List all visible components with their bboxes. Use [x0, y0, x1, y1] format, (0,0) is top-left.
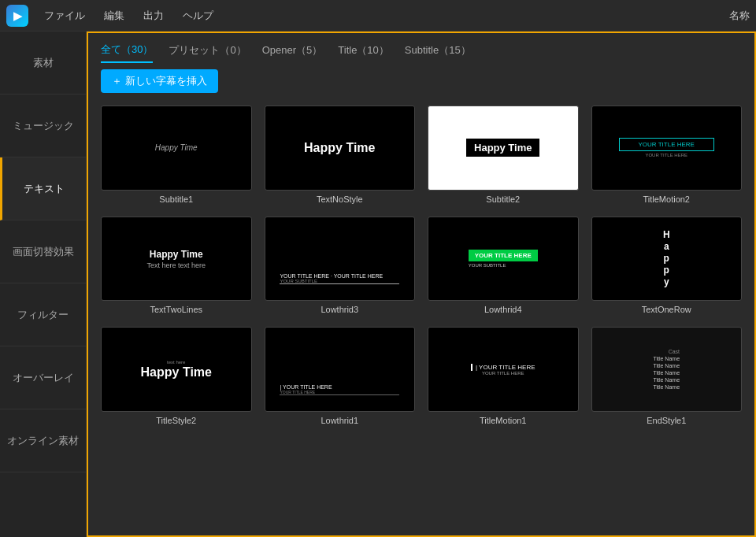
- item-label: Lowthrid3: [265, 305, 416, 314]
- insert-button[interactable]: ＋ 新しい字幕を挿入: [101, 69, 218, 93]
- thumbnail-titlemotion1: | YOUR TITLE HERE YOUR TITLE HERE: [428, 327, 579, 412]
- sidebar-item-transition[interactable]: 画面切替効果: [0, 220, 86, 283]
- tab-bar: 全て（30） プリセット（0） Opener（5） Title（10） Subt…: [88, 33, 754, 63]
- list-item[interactable]: Happy Time Subtitle1: [101, 106, 252, 204]
- tab-opener[interactable]: Opener（5）: [262, 43, 323, 62]
- item-label: TitleMotion2: [591, 194, 743, 204]
- item-label: TextNoStyle: [265, 194, 416, 204]
- list-item[interactable]: Cast Title Name Title Name Title Name Ti…: [591, 327, 743, 425]
- app-icon: ▶: [6, 5, 28, 27]
- list-item[interactable]: Happy Time Text here text here TextTwoLi…: [101, 217, 252, 315]
- sidebar-item-online[interactable]: オンライン素材: [0, 409, 86, 472]
- item-label: Subtitle1: [101, 194, 252, 204]
- list-item[interactable]: YOUR TITLE HERE · YOUR TITLE HERE YOUR S…: [265, 217, 416, 315]
- thumbnail-texttwolines: Happy Time Text here text here: [101, 217, 252, 302]
- thumbnail-lowthrid1: | YOUR TITLE HERE YOUR TITLE HERE: [265, 327, 416, 412]
- content-area: 全て（30） プリセット（0） Opener（5） Title（10） Subt…: [87, 31, 756, 537]
- item-label: Subtitle2: [428, 194, 579, 204]
- menu-help[interactable]: ヘルプ: [180, 7, 217, 24]
- list-item[interactable]: Happy Time Subtitle2: [428, 106, 579, 204]
- menu-edit[interactable]: 編集: [101, 7, 128, 24]
- thumbnail-lowthrid4: YOUR TITLE HERE YOUR SUBTITLE: [428, 217, 579, 302]
- list-item[interactable]: H a p p y TextOneRow: [591, 217, 743, 315]
- menu-bar: ▶ ファイル 編集 出力 ヘルプ 名称: [0, 0, 756, 31]
- list-item[interactable]: YOUR TITLE HERE YOUR TITLE HERE TitleMot…: [591, 106, 743, 204]
- sidebar-item-filter[interactable]: フィルター: [0, 283, 86, 346]
- list-item[interactable]: | YOUR TITLE HERE YOUR TITLE HERE Lowthr…: [265, 327, 416, 425]
- list-item[interactable]: | YOUR TITLE HERE YOUR TITLE HERE TitleM…: [428, 327, 579, 425]
- thumbnail-titlestyle2: text here Happy Time: [101, 327, 252, 412]
- sidebar-item-sozai[interactable]: 素材: [0, 31, 86, 94]
- item-label: Lowthrid1: [265, 416, 416, 425]
- list-item[interactable]: YOUR TITLE HERE YOUR SUBTITLE Lowthrid4: [428, 217, 579, 315]
- item-label: TextTwoLines: [101, 305, 252, 314]
- thumbnail-lowthrid3: YOUR TITLE HERE · YOUR TITLE HERE YOUR S…: [265, 217, 416, 302]
- thumbnail-endstyle1: Cast Title Name Title Name Title Name Ti…: [591, 327, 743, 412]
- sidebar-item-music[interactable]: ミュージック: [0, 94, 86, 157]
- template-grid: Happy Time Subtitle1 Happy Time TextNoSt…: [101, 106, 742, 425]
- thumbnail-textnostyle: Happy Time: [265, 106, 416, 191]
- insert-button-row: ＋ 新しい字幕を挿入: [88, 63, 754, 99]
- tab-title[interactable]: Title（10）: [338, 43, 389, 62]
- thumbnail-subtitle2: Happy Time: [428, 106, 579, 191]
- grid-area[interactable]: Happy Time Subtitle1 Happy Time TextNoSt…: [88, 99, 754, 535]
- item-label: Lowthrid4: [428, 305, 579, 314]
- sidebar: 素材 ミュージック テキスト 画面切替効果 フィルター オーバーレイ オンライン…: [0, 31, 87, 537]
- main-layout: 素材 ミュージック テキスト 画面切替効果 フィルター オーバーレイ オンライン…: [0, 31, 756, 537]
- thumbnail-titlemotion2: YOUR TITLE HERE YOUR TITLE HERE: [591, 106, 743, 191]
- menu-file[interactable]: ファイル: [41, 7, 88, 24]
- item-label: TitleMotion1: [428, 416, 579, 425]
- tab-preset[interactable]: プリセット（0）: [169, 43, 246, 62]
- item-label: EndStyle1: [591, 416, 743, 425]
- item-label: TitleStyle2: [101, 416, 252, 425]
- list-item[interactable]: text here Happy Time TitleStyle2: [101, 327, 252, 425]
- thumbnail-textonerow: H a p p y: [591, 217, 743, 302]
- sidebar-item-overlay[interactable]: オーバーレイ: [0, 346, 86, 409]
- item-label: TextOneRow: [591, 305, 743, 314]
- list-item[interactable]: Happy Time TextNoStyle: [265, 106, 416, 204]
- tab-subtitle[interactable]: Subtitle（15）: [405, 43, 471, 62]
- menu-output[interactable]: 出力: [140, 7, 167, 24]
- tab-all[interactable]: 全て（30）: [101, 43, 153, 63]
- thumbnail-subtitle1: Happy Time: [101, 106, 252, 191]
- window-title: 名称: [729, 9, 750, 23]
- sidebar-item-text[interactable]: テキスト: [0, 157, 86, 220]
